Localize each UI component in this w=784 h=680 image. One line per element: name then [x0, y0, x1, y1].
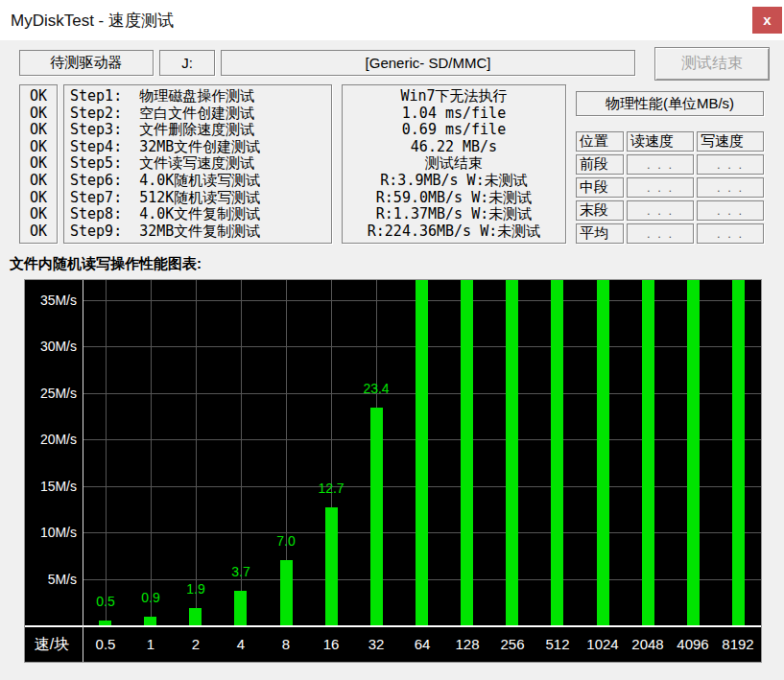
step-status: OK: [20, 173, 57, 190]
bar: [506, 280, 518, 625]
table-read-cell: . . .: [627, 200, 694, 221]
x-axis-label: 256: [490, 636, 535, 652]
bar-value-label: 23.4: [347, 381, 405, 396]
test-finish-button-label: 测试结束: [681, 54, 743, 74]
bar: [642, 280, 654, 625]
bar: [325, 507, 338, 625]
x-axis-label: 1024: [581, 636, 625, 652]
bar: [461, 280, 473, 625]
step-item: Step9: 32MB文件复制测试: [70, 223, 331, 241]
table-row-label: 前段: [576, 154, 624, 175]
result-line: R:1.37MB/s W:未测试: [343, 206, 565, 223]
table-column-header: 位置: [576, 131, 624, 152]
results-panel: Win7下无法执行1.04 ms/file0.69 ms/file46.22 M…: [342, 84, 566, 244]
step-item: Step5: 文件读写速度测试: [70, 155, 331, 173]
step-item: Step1: 物理磁盘操作测试: [70, 88, 331, 106]
y-axis-label: 35M/s: [25, 293, 77, 308]
x-axis-label: 1: [129, 636, 173, 652]
step-status: OK: [20, 206, 57, 223]
close-button[interactable]: x: [752, 7, 782, 34]
bar: [144, 617, 156, 625]
table-row-label: 末段: [576, 200, 624, 221]
gridline-vertical: [151, 280, 152, 625]
x-axis-label: 64: [400, 636, 444, 652]
table-row-label: 中段: [576, 177, 624, 198]
bar: [551, 280, 563, 625]
step-status: OK: [20, 88, 57, 106]
x-axis-label: 8192: [716, 636, 760, 652]
y-axis-label: 30M/s: [25, 339, 77, 354]
x-axis-label: 8: [264, 636, 308, 652]
x-axis-label: 512: [535, 636, 580, 652]
step-item: Step4: 32MB文件创建测试: [70, 139, 331, 156]
result-line: Win7下无法执行: [343, 88, 565, 106]
x-axis-label: 4: [219, 636, 263, 652]
ok-status-list: OKOKOKOKOKOKOKOKOK: [19, 84, 58, 244]
table-column-header: 写速度: [697, 131, 764, 152]
result-line: 0.69 ms/file: [343, 122, 565, 139]
chart-area: 5M/s10M/s15M/s20M/s25M/s30M/s35M/s0.50.9…: [25, 280, 761, 662]
performance-chart: 5M/s10M/s15M/s20M/s25M/s30M/s35M/s0.50.9…: [24, 279, 762, 663]
bar-value-label: 1.9: [167, 581, 225, 597]
drive-label: 待测驱动器: [51, 54, 123, 72]
table-read-cell: . . .: [627, 177, 694, 198]
bar-value-label: 3.7: [212, 564, 270, 579]
step-status: OK: [20, 122, 57, 139]
table-read-cell: . . .: [627, 154, 694, 175]
result-line: R:224.36MB/s W:未测试: [343, 223, 565, 241]
bar: [370, 408, 383, 625]
y-axis-label: 15M/s: [25, 479, 77, 494]
app-window: MyDiskTest - 速度测试 x 待测驱动器 J: [Generic- S…: [0, 0, 784, 680]
step-item: Step3: 文件删除速度测试: [70, 122, 331, 139]
bar: [280, 560, 293, 625]
result-line: R:3.9MB/s W:未测试: [343, 173, 565, 190]
y-axis-label: 20M/s: [25, 432, 77, 447]
x-axis-label: 128: [445, 636, 489, 652]
result-line: 46.22 MB/s: [343, 139, 565, 156]
chart-heading: 文件内随机读写操作性能图表:: [10, 255, 202, 273]
window-title: MyDiskTest - 速度测试: [11, 10, 174, 32]
bar: [234, 591, 247, 625]
x-axis-label: 2048: [626, 636, 670, 652]
table-write-cell: . . .: [697, 177, 764, 198]
bar: [597, 280, 609, 625]
result-line: 1.04 ms/file: [343, 106, 565, 123]
step-item: Step2: 空白文件创建测试: [70, 106, 331, 123]
drive-letter-select[interactable]: J:: [159, 50, 215, 76]
y-axis-line: [83, 280, 83, 662]
physical-performance-title: 物理性能(单位MB/s): [606, 95, 734, 113]
step-item: Step8: 4.0K文件复制测试: [70, 206, 331, 223]
x-axis-label: 4096: [671, 636, 715, 652]
bar: [732, 280, 745, 625]
x-axis-label: 2: [174, 636, 218, 652]
drive-label-box: 待测驱动器: [19, 50, 154, 76]
x-axis-unit-label: 速/块: [25, 635, 79, 655]
bar-value-label: 12.7: [302, 481, 360, 496]
title-bar: MyDiskTest - 速度测试 x: [0, 0, 784, 40]
step-status: OK: [20, 139, 57, 156]
physical-performance-header: 物理性能(单位MB/s): [576, 91, 764, 116]
table-write-cell: . . .: [697, 223, 764, 244]
y-axis-label: 5M/s: [25, 572, 77, 587]
device-name-box: [Generic- SD/MMC]: [221, 50, 635, 76]
x-axis-separator: [25, 625, 761, 627]
result-line: 测试结束: [343, 155, 565, 173]
drive-letter-value: J:: [181, 55, 193, 71]
table-row-label: 平均: [576, 223, 624, 244]
result-line: R:59.0MB/s W:未测试: [343, 190, 565, 207]
bar: [416, 280, 428, 625]
step-item: Step6: 4.0K随机读写测试: [70, 173, 331, 190]
x-axis-label: 0.5: [83, 636, 128, 652]
table-read-cell: . . .: [627, 223, 694, 244]
step-status: OK: [20, 190, 57, 207]
x-axis-label: 16: [309, 636, 353, 652]
close-icon: x: [763, 12, 771, 28]
step-status: OK: [20, 106, 57, 123]
y-axis-label: 25M/s: [25, 386, 77, 401]
x-axis-label: 32: [354, 636, 398, 652]
bar: [687, 280, 700, 625]
step-status: OK: [20, 155, 57, 173]
gridline-vertical: [196, 280, 197, 625]
gridline-vertical: [106, 280, 107, 625]
test-finish-button[interactable]: 测试结束: [654, 47, 770, 81]
